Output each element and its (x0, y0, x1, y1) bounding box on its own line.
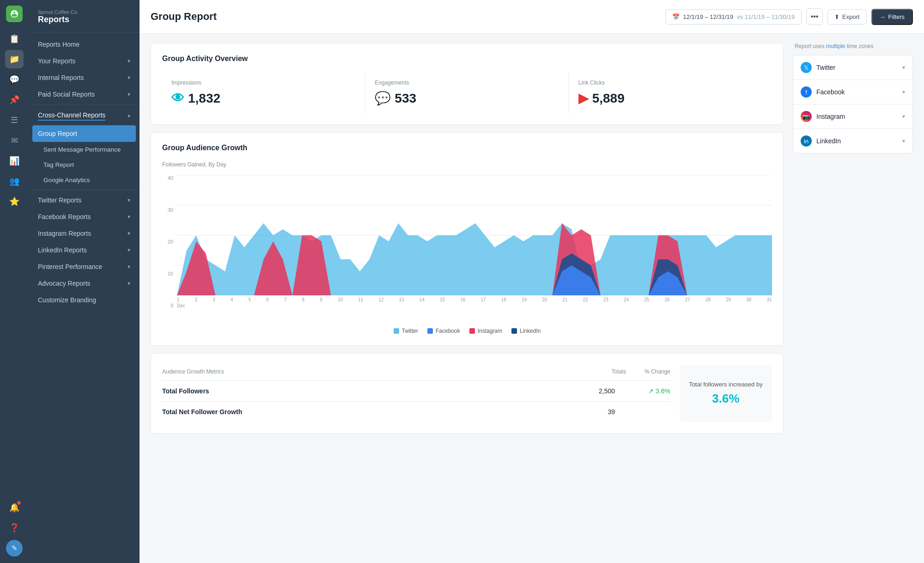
sidebar-item-cross-channel[interactable]: Cross-Channel Reports ▾ (29, 107, 140, 125)
nav-inbox-icon[interactable]: 💬 (5, 70, 24, 89)
chart-subtitle: Followers Gained, By Day (162, 161, 772, 168)
col-change: % Change (644, 368, 670, 375)
platform-row-twitter[interactable]: 𝕏 Twitter ▾ (793, 55, 912, 80)
engagements-value: 💬 533 (375, 91, 559, 106)
sidebar-item-customize[interactable]: Customize Branding (29, 292, 140, 308)
legend-facebook: Facebook (427, 328, 460, 334)
impressions-value: 👁 1,832 (171, 91, 356, 106)
nav-help-icon[interactable]: ❓ (5, 519, 24, 537)
timezone-link[interactable]: multiple (826, 43, 845, 49)
platform-label-linkedin: LinkedIn (816, 137, 841, 145)
sidebar-item-linkedin-reports[interactable]: LinkedIn Reports ▾ (29, 242, 140, 258)
sidebar-item-sent-message[interactable]: Sent Message Performance (29, 142, 140, 157)
x-axis-labels: 1234567891011121314151617181920212223242… (177, 297, 772, 302)
chevron-icon: ▾ (128, 91, 130, 98)
linkedin-icon: in (801, 135, 812, 147)
nav-bell-icon[interactable]: 🔔 (5, 498, 24, 517)
export-icon: ⬆ (834, 13, 839, 20)
sidebar-item-your-reports[interactable]: Your Reports ▾ (29, 53, 140, 69)
sidebar-item-reports-home[interactable]: Reports Home (29, 36, 140, 53)
sidebar-header: Sprout Coffee Co. Reports (29, 0, 140, 32)
metric-link-clicks: Link Clicks ▶ 5,889 (569, 72, 772, 113)
sidebar-item-pinterest[interactable]: Pinterest Performance ▾ (29, 258, 140, 275)
col-totals: Totals (612, 368, 626, 375)
metric-name-net-growth: Total Net Follower Growth (162, 408, 242, 416)
nav-divider (29, 104, 140, 105)
link-clicks-icon: ▶ (578, 91, 589, 106)
more-options-button[interactable]: ••• (806, 8, 823, 25)
filter-button[interactable]: → Filters (871, 9, 913, 25)
chevron-icon: ▾ (128, 197, 130, 203)
top-bar: Group Report 📅 12/1/19 – 12/31/19 vs 11/… (140, 0, 924, 34)
nav-analytics-icon[interactable]: 📊 (5, 152, 24, 170)
col-metric: Audience Growth Metrics (162, 368, 224, 375)
sidebar-item-twitter-reports[interactable]: Twitter Reports ▾ (29, 192, 140, 208)
right-panel: Report uses multiple time zones 𝕏 Twitte… (793, 43, 913, 554)
metric-name-followers: Total Followers (162, 387, 209, 395)
filter-icon: → (880, 13, 886, 20)
metric-impressions: Impressions 👁 1,832 (162, 72, 365, 113)
platform-label-twitter: Twitter (816, 64, 835, 71)
sidebar-nav: Reports Home Your Reports ▾ Internal Rep… (29, 32, 140, 312)
export-button[interactable]: ⬆ Export (827, 9, 867, 24)
overview-card: Group Activity Overview Impressions 👁 1,… (151, 43, 784, 125)
side-note-value: 3.6% (712, 392, 739, 406)
legend-twitter-dot (394, 328, 399, 334)
platform-label-facebook: Facebook (816, 88, 845, 96)
impressions-label: Impressions (171, 80, 356, 86)
y-axis-labels: 40 30 20 10 0 (162, 175, 175, 308)
sidebar-item-google-analytics[interactable]: Google Analytics (29, 172, 140, 188)
sidebar-item-advocacy[interactable]: Advocacy Reports ▾ (29, 275, 140, 292)
sidebar-item-instagram-reports[interactable]: Instagram Reports ▾ (29, 225, 140, 242)
date-range-button[interactable]: 📅 12/1/19 – 12/31/19 vs 11/1/19 – 11/30/… (665, 9, 802, 24)
chevron-icon: ▾ (128, 280, 130, 287)
legend-instagram: Instagram (469, 328, 502, 334)
chevron-icon: ▾ (128, 230, 130, 237)
icon-rail: 📋 📁 💬 📌 ☰ ✉ 📊 👥 ⭐ 🔔 ❓ ✎ (0, 0, 29, 563)
chevron-down-icon: ▾ (902, 138, 905, 144)
legend-linkedin-dot (511, 328, 517, 334)
side-note-box: Total followers increased by 3.6% (680, 365, 772, 422)
chart-area (177, 175, 772, 295)
legend-linkedin: LinkedIn (511, 328, 541, 334)
side-note-text: Total followers increased by (689, 381, 763, 388)
chart-title: Group Audience Growth (162, 144, 772, 152)
chevron-icon: ▾ (128, 263, 130, 270)
metrics-row: Impressions 👁 1,832 Engagements 💬 533 (162, 72, 772, 113)
nav-star-icon[interactable]: ⭐ (5, 192, 24, 211)
legend-instagram-dot (469, 328, 475, 334)
content-area: Group Activity Overview Impressions 👁 1,… (140, 34, 924, 563)
sidebar-item-internal-reports[interactable]: Internal Reports ▾ (29, 69, 140, 86)
sidebar-item-facebook-reports[interactable]: Facebook Reports ▾ (29, 208, 140, 225)
nav-compose-icon[interactable]: ✉ (5, 131, 24, 150)
link-clicks-value: ▶ 5,889 (578, 91, 763, 106)
platform-row-instagram[interactable]: 📷 Instagram ▾ (793, 104, 912, 129)
sidebar-item-group-report[interactable]: Group Report (32, 125, 136, 142)
table-area: Audience Growth Metrics Totals % Change … (162, 365, 772, 422)
nav-social-icon[interactable]: 👥 (5, 172, 24, 190)
legend-facebook-dot (427, 328, 433, 334)
nav-tasks-icon[interactable]: 📌 (5, 91, 24, 109)
engagements-label: Engagements (375, 80, 559, 86)
nav-edit-button[interactable]: ✎ (5, 539, 24, 557)
chevron-icon: ▾ (128, 74, 130, 81)
more-icon: ••• (811, 12, 819, 21)
x-axis-month: Dec (177, 303, 772, 308)
main-content: Group Report 📅 12/1/19 – 12/31/19 vs 11/… (140, 0, 924, 563)
sidebar-item-paid-social[interactable]: Paid Social Reports ▾ (29, 86, 140, 103)
nav-home-icon[interactable]: 📋 (5, 30, 24, 48)
timezone-note: Report uses multiple time zones (793, 43, 913, 49)
app-logo[interactable] (6, 6, 23, 22)
top-bar-actions: 📅 12/1/19 – 12/31/19 vs 11/1/19 – 11/30/… (665, 8, 913, 25)
legend-twitter: Twitter (394, 328, 418, 334)
platform-row-facebook[interactable]: f Facebook ▾ (793, 80, 912, 104)
chevron-down-icon: ▾ (902, 64, 905, 71)
page-title: Group Report (151, 11, 217, 23)
nav-list-icon[interactable]: ☰ (5, 111, 24, 129)
platform-row-linkedin[interactable]: in LinkedIn ▾ (793, 129, 912, 153)
sidebar-item-tag-report[interactable]: Tag Report (29, 157, 140, 172)
table-row: Total Net Follower Growth 39 (162, 402, 670, 422)
chevron-icon: ▾ (128, 214, 130, 220)
nav-reports-icon[interactable]: 📁 (5, 50, 24, 68)
chart-legend: Twitter Facebook Instagram LinkedIn (162, 328, 772, 334)
